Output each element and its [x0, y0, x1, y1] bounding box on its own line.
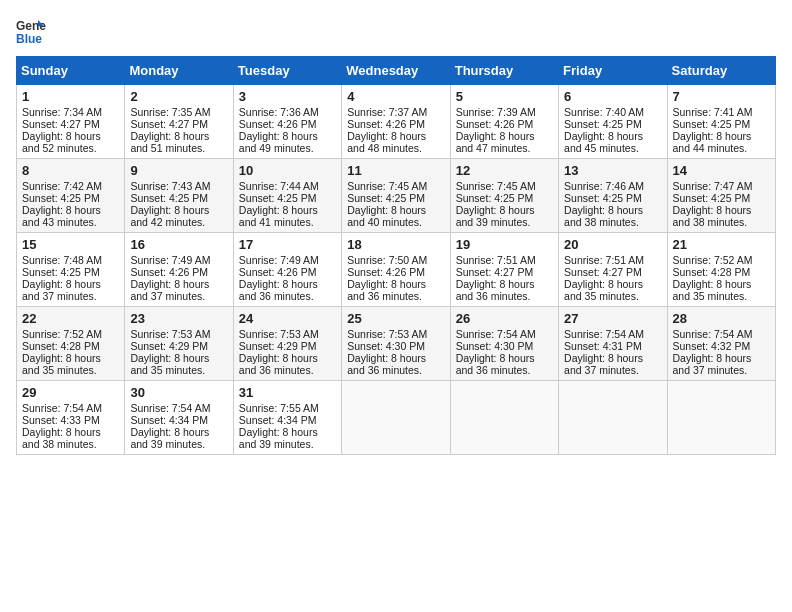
calendar-cell: 3Sunrise: 7:36 AMSunset: 4:26 PMDaylight…	[233, 85, 341, 159]
calendar-cell: 21Sunrise: 7:52 AMSunset: 4:28 PMDayligh…	[667, 233, 775, 307]
day-info-line: and 44 minutes.	[673, 142, 770, 154]
day-number: 15	[22, 237, 119, 252]
day-info-line: Daylight: 8 hours	[564, 204, 661, 216]
day-info-line: Sunset: 4:25 PM	[564, 118, 661, 130]
day-info-line: Daylight: 8 hours	[347, 278, 444, 290]
day-info-line: and 36 minutes.	[239, 364, 336, 376]
calendar-cell	[342, 381, 450, 455]
day-info-line: Sunrise: 7:42 AM	[22, 180, 119, 192]
calendar-cell: 23Sunrise: 7:53 AMSunset: 4:29 PMDayligh…	[125, 307, 233, 381]
calendar-cell: 19Sunrise: 7:51 AMSunset: 4:27 PMDayligh…	[450, 233, 558, 307]
day-info-line: Sunset: 4:26 PM	[347, 118, 444, 130]
day-info-line: and 36 minutes.	[239, 290, 336, 302]
day-info-line: Sunset: 4:27 PM	[22, 118, 119, 130]
day-info-line: and 36 minutes.	[347, 364, 444, 376]
day-info-line: Sunrise: 7:55 AM	[239, 402, 336, 414]
day-info-line: and 37 minutes.	[22, 290, 119, 302]
day-number: 4	[347, 89, 444, 104]
calendar-cell: 4Sunrise: 7:37 AMSunset: 4:26 PMDaylight…	[342, 85, 450, 159]
day-info-line: Sunrise: 7:53 AM	[347, 328, 444, 340]
calendar-cell: 14Sunrise: 7:47 AMSunset: 4:25 PMDayligh…	[667, 159, 775, 233]
day-info-line: Daylight: 8 hours	[673, 204, 770, 216]
day-info-line: Sunset: 4:25 PM	[564, 192, 661, 204]
calendar-week-2: 8Sunrise: 7:42 AMSunset: 4:25 PMDaylight…	[17, 159, 776, 233]
day-info-line: Daylight: 8 hours	[456, 130, 553, 142]
day-info-line: and 48 minutes.	[347, 142, 444, 154]
day-info-line: Sunrise: 7:39 AM	[456, 106, 553, 118]
day-info-line: Daylight: 8 hours	[239, 426, 336, 438]
day-number: 10	[239, 163, 336, 178]
day-info-line: Sunrise: 7:53 AM	[130, 328, 227, 340]
calendar-week-4: 22Sunrise: 7:52 AMSunset: 4:28 PMDayligh…	[17, 307, 776, 381]
calendar-cell: 28Sunrise: 7:54 AMSunset: 4:32 PMDayligh…	[667, 307, 775, 381]
day-number: 27	[564, 311, 661, 326]
day-info-line: Sunset: 4:26 PM	[239, 266, 336, 278]
day-info-line: and 42 minutes.	[130, 216, 227, 228]
calendar-cell: 18Sunrise: 7:50 AMSunset: 4:26 PMDayligh…	[342, 233, 450, 307]
calendar-cell: 15Sunrise: 7:48 AMSunset: 4:25 PMDayligh…	[17, 233, 125, 307]
calendar-cell: 8Sunrise: 7:42 AMSunset: 4:25 PMDaylight…	[17, 159, 125, 233]
calendar-cell: 20Sunrise: 7:51 AMSunset: 4:27 PMDayligh…	[559, 233, 667, 307]
day-info-line: and 39 minutes.	[456, 216, 553, 228]
calendar-cell	[667, 381, 775, 455]
calendar-cell: 30Sunrise: 7:54 AMSunset: 4:34 PMDayligh…	[125, 381, 233, 455]
day-info-line: Sunset: 4:30 PM	[347, 340, 444, 352]
day-info-line: Daylight: 8 hours	[130, 204, 227, 216]
day-info-line: and 38 minutes.	[673, 216, 770, 228]
calendar-week-1: 1Sunrise: 7:34 AMSunset: 4:27 PMDaylight…	[17, 85, 776, 159]
day-number: 5	[456, 89, 553, 104]
day-info-line: Sunset: 4:27 PM	[564, 266, 661, 278]
day-info-line: Daylight: 8 hours	[564, 130, 661, 142]
day-number: 28	[673, 311, 770, 326]
day-info-line: Sunset: 4:26 PM	[239, 118, 336, 130]
day-info-line: Sunrise: 7:41 AM	[673, 106, 770, 118]
calendar-cell	[559, 381, 667, 455]
day-info-line: Sunrise: 7:36 AM	[239, 106, 336, 118]
day-info-line: Sunrise: 7:34 AM	[22, 106, 119, 118]
day-info-line: Sunset: 4:26 PM	[130, 266, 227, 278]
day-info-line: Sunset: 4:26 PM	[456, 118, 553, 130]
day-info-line: Sunrise: 7:54 AM	[130, 402, 227, 414]
day-number: 2	[130, 89, 227, 104]
logo: General Blue	[16, 16, 46, 46]
day-info-line: Daylight: 8 hours	[22, 204, 119, 216]
day-number: 24	[239, 311, 336, 326]
day-info-line: Daylight: 8 hours	[239, 204, 336, 216]
day-info-line: Sunrise: 7:51 AM	[564, 254, 661, 266]
calendar-cell: 1Sunrise: 7:34 AMSunset: 4:27 PMDaylight…	[17, 85, 125, 159]
day-info-line: and 37 minutes.	[564, 364, 661, 376]
calendar-cell: 16Sunrise: 7:49 AMSunset: 4:26 PMDayligh…	[125, 233, 233, 307]
day-number: 12	[456, 163, 553, 178]
header-day-sunday: Sunday	[17, 57, 125, 85]
day-info-line: Sunset: 4:33 PM	[22, 414, 119, 426]
day-info-line: and 36 minutes.	[456, 290, 553, 302]
day-info-line: Sunrise: 7:48 AM	[22, 254, 119, 266]
day-info-line: Daylight: 8 hours	[239, 352, 336, 364]
day-number: 9	[130, 163, 227, 178]
day-info-line: and 40 minutes.	[347, 216, 444, 228]
header-day-wednesday: Wednesday	[342, 57, 450, 85]
day-info-line: Sunrise: 7:52 AM	[673, 254, 770, 266]
day-info-line: and 35 minutes.	[22, 364, 119, 376]
day-info-line: Daylight: 8 hours	[347, 352, 444, 364]
calendar-cell: 17Sunrise: 7:49 AMSunset: 4:26 PMDayligh…	[233, 233, 341, 307]
day-info-line: Daylight: 8 hours	[456, 278, 553, 290]
day-info-line: and 36 minutes.	[456, 364, 553, 376]
day-info-line: Daylight: 8 hours	[564, 352, 661, 364]
day-number: 7	[673, 89, 770, 104]
day-info-line: and 51 minutes.	[130, 142, 227, 154]
day-number: 17	[239, 237, 336, 252]
day-info-line: Sunset: 4:34 PM	[239, 414, 336, 426]
day-info-line: Sunset: 4:25 PM	[673, 118, 770, 130]
calendar-week-5: 29Sunrise: 7:54 AMSunset: 4:33 PMDayligh…	[17, 381, 776, 455]
header-day-saturday: Saturday	[667, 57, 775, 85]
calendar-cell: 12Sunrise: 7:45 AMSunset: 4:25 PMDayligh…	[450, 159, 558, 233]
header: General Blue	[16, 16, 776, 46]
day-info-line: Sunset: 4:28 PM	[673, 266, 770, 278]
day-info-line: and 37 minutes.	[673, 364, 770, 376]
day-info-line: Sunrise: 7:46 AM	[564, 180, 661, 192]
day-info-line: Daylight: 8 hours	[130, 352, 227, 364]
day-info-line: Daylight: 8 hours	[130, 426, 227, 438]
calendar-cell: 27Sunrise: 7:54 AMSunset: 4:31 PMDayligh…	[559, 307, 667, 381]
day-info-line: Sunrise: 7:37 AM	[347, 106, 444, 118]
